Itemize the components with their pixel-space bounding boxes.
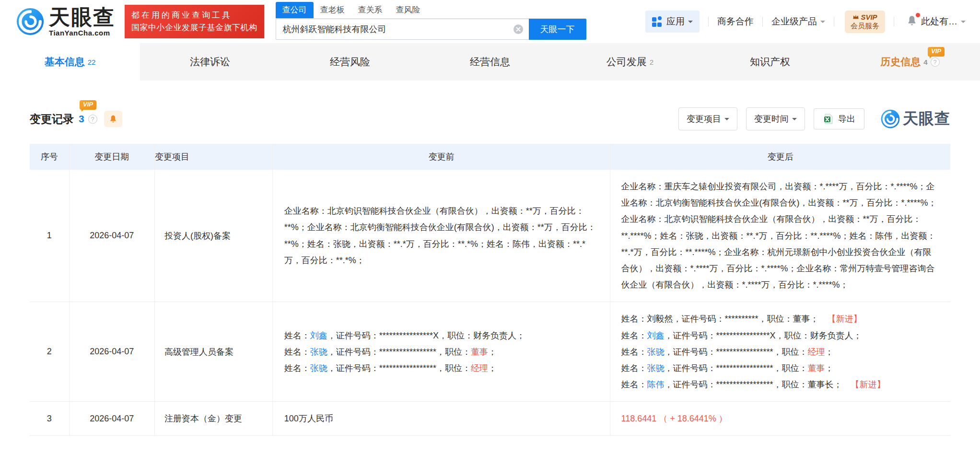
nav-enterprise-label: 企业级产品	[771, 15, 817, 28]
cell-text: ；	[825, 363, 834, 373]
user-label: 此处有…	[921, 15, 957, 28]
cell-text: ；	[488, 363, 497, 373]
clear-search-icon[interactable]	[513, 24, 523, 34]
apps-menu[interactable]: 应用	[645, 11, 700, 33]
tab-1[interactable]: 基本信息22	[0, 43, 140, 81]
watermark-text: 天眼查	[903, 108, 950, 129]
table-cell: 100万人民币	[273, 402, 611, 435]
divider	[762, 17, 763, 26]
table-cell: 注册资本（金）变更	[155, 402, 273, 435]
column-header-4: 变更前	[273, 144, 611, 170]
svip-member-badge[interactable]: SVIP 会员服务	[845, 11, 885, 33]
cell-line: 姓名：张骁，证件号码：*****************，职位：董事；	[284, 344, 598, 360]
search-button[interactable]: 天眼一下	[529, 19, 586, 40]
table-cell: 2026-04-07	[70, 302, 155, 401]
highlight-text: 118.6441 （ + 18.6441% ）	[621, 414, 727, 423]
tab-4[interactable]: 经营信息	[420, 43, 560, 81]
person-link[interactable]: 陈伟	[647, 380, 664, 389]
divider	[708, 17, 709, 26]
export-label: 导出	[838, 113, 855, 125]
cell-line: 企业名称：重庆车之辕创业投资有限公司，出资额：*.****万，百分比：*.***…	[621, 178, 938, 293]
notifications-bell[interactable]	[906, 14, 918, 29]
person-link[interactable]: 张骁	[310, 363, 327, 373]
cell-text: ，证件号码：*****************，职位：	[327, 363, 471, 373]
svip-line2: 会员服务	[851, 22, 879, 31]
tab-2[interactable]: 法律诉讼	[140, 43, 280, 81]
table-cell: 2026-04-07	[70, 170, 155, 302]
tab-label: 法律诉讼	[190, 55, 230, 69]
tab-label: 经营风险	[330, 55, 370, 69]
cell-line: 100万人民币	[284, 410, 598, 427]
table-cell: 1	[30, 170, 70, 302]
column-header-1: 序号	[30, 144, 70, 170]
tab-5[interactable]: 公司发展2	[560, 43, 700, 81]
tab-6[interactable]: 知识产权	[700, 43, 840, 81]
export-button[interactable]: 导出	[814, 108, 864, 129]
search-tab-1[interactable]: 查公司	[276, 2, 314, 18]
change-records-table: 序号变更日期变更项目变更前变更后 12026-04-07投资人(股权)备案企业名…	[30, 144, 950, 436]
company-section-tabs: 基本信息22法律诉讼经营风险经营信息公司发展2知识产权VIP历史信息4?	[0, 43, 980, 81]
promo-line1: 都在用的商业查询工具	[131, 9, 257, 22]
subscribe-bell-button[interactable]	[104, 111, 122, 127]
cell-line: 姓名：陈伟，证件号码：*****************，职位：董事长； 【新进…	[621, 376, 938, 393]
tab-3[interactable]: 经营风险	[280, 43, 420, 81]
search-input[interactable]	[276, 19, 529, 40]
watermark-logo: 天眼查	[881, 108, 950, 129]
search-tab-4[interactable]: 查风险	[389, 2, 427, 18]
tab-label: 知识产权	[750, 55, 790, 69]
cell-text: 姓名：刘毅然，证件号码：**********，职位：董事；	[621, 314, 827, 324]
cell-line: 姓名：张骁，证件号码：*****************，职位：经理；	[284, 360, 598, 376]
column-header-3: 变更项目	[155, 144, 273, 170]
cell-text: ，证件号码：****************X，职位：财务负责人；	[327, 331, 525, 340]
chevron-down-icon	[961, 21, 966, 25]
nav-enterprise-products[interactable]: 企业级产品	[771, 15, 825, 28]
tianyancha-page: 天眼查 TianYanCha.com 都在用的商业查询工具 国家中小企业发展子基…	[0, 0, 980, 466]
apps-label: 应用	[666, 15, 685, 28]
cell-text: ，证件号码：*****************，职位：	[664, 363, 807, 373]
cell-text: ；	[488, 347, 497, 357]
person-link[interactable]: 刘鑫	[647, 331, 664, 340]
search-tab-3[interactable]: 查关系	[351, 2, 389, 18]
search-tab-2[interactable]: 查老板	[314, 2, 351, 18]
cell-text: 姓名：	[621, 331, 647, 340]
person-link[interactable]: 刘鑫	[310, 331, 327, 340]
cell-text: 姓名：	[284, 347, 310, 357]
filter-change-time-button[interactable]: 变更时间	[746, 107, 805, 130]
help-icon[interactable]: ?	[88, 115, 97, 124]
crown-icon	[852, 14, 859, 20]
cell-text: ，证件号码：*****************，职位：	[664, 347, 807, 357]
table-row: 22026-04-07高级管理人员备案姓名：刘鑫，证件号码：**********…	[30, 302, 950, 402]
tab-count: 22	[88, 58, 96, 66]
tab-label: 公司发展	[607, 55, 647, 69]
filter-change-item-button[interactable]: 变更项目	[678, 107, 737, 130]
help-icon[interactable]: ?	[931, 58, 940, 67]
table-body: 12026-04-07投资人(股权)备案企业名称：北京钧识智能科技合伙企业（有限…	[30, 170, 950, 436]
cell-text: 企业名称：重庆车之辕创业投资有限公司，出资额：*.****万，百分比：*.***…	[621, 182, 936, 290]
user-account-menu[interactable]: 此处有…	[921, 15, 966, 28]
divider	[894, 17, 894, 26]
person-link[interactable]: 张骁	[310, 347, 327, 357]
svip-line1: SVIP	[861, 13, 877, 21]
tab-7[interactable]: VIP历史信息4?	[840, 43, 980, 81]
apps-grid-icon	[652, 16, 663, 27]
logo-swirl-icon	[881, 109, 900, 128]
tianyancha-logo[interactable]: 天眼查 TianYanCha.com	[16, 7, 115, 37]
cell-text: 姓名：	[284, 331, 310, 340]
nav-cooperation[interactable]: 商务合作	[717, 15, 754, 28]
cell-text: 姓名：	[284, 363, 310, 373]
person-link[interactable]: 张骁	[647, 363, 664, 373]
cell-text: ，证件号码：****************X，职位：财务负责人；	[664, 331, 862, 340]
table-cell: 高级管理人员备案	[155, 302, 273, 401]
tab-label: 历史信息	[880, 55, 921, 69]
table-cell: 2026-04-07	[70, 402, 155, 435]
logo-swirl-icon	[16, 8, 44, 35]
chevron-down-icon	[792, 118, 797, 123]
highlight-text: 经理	[471, 363, 488, 373]
highlight-text: 【新进】	[828, 314, 862, 324]
cell-text: 企业名称：北京钧识智能科技合伙企业（有限合伙），出资额：**万，百分比：**%；…	[284, 206, 596, 265]
person-link[interactable]: 张骁	[647, 347, 664, 357]
highlight-text: 【新进】	[851, 380, 886, 389]
cell-text: 姓名：	[621, 363, 647, 373]
section-count: 3	[79, 113, 84, 125]
logo-title: 天眼查	[49, 7, 115, 28]
